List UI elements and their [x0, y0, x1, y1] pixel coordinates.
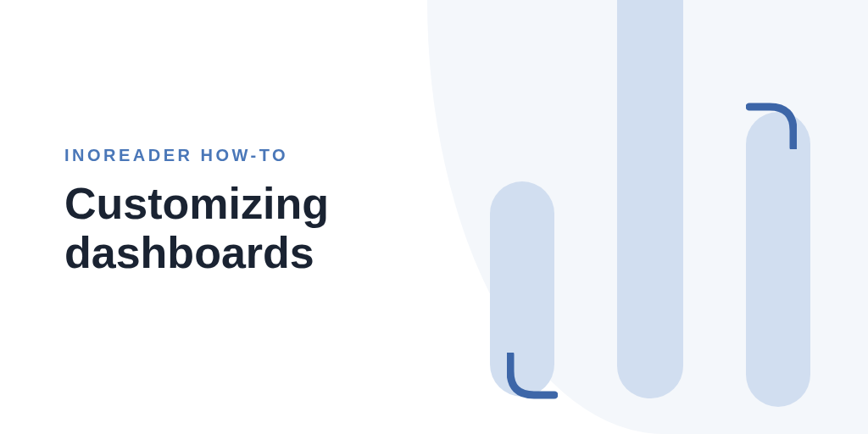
text-content: INOREADER HOW-TO Customizing dashboards: [64, 146, 329, 277]
eyebrow-text: INOREADER HOW-TO: [64, 146, 329, 165]
bar-tall: [617, 0, 683, 398]
hook-accent-right: [746, 100, 797, 149]
headline-text: Customizing dashboards: [64, 179, 329, 277]
bar-medium: [746, 112, 810, 407]
hook-accent-left: [507, 353, 558, 402]
headline-line-2: dashboards: [64, 228, 314, 277]
headline-line-1: Customizing: [64, 179, 329, 228]
decorative-bars: [427, 0, 868, 434]
